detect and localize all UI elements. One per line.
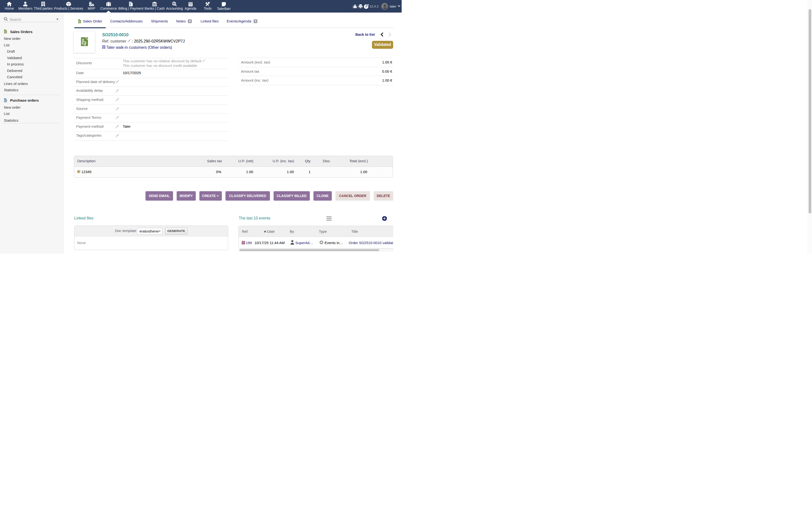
svg-text:?: ?: [365, 5, 367, 8]
svg-text:$: $: [173, 2, 175, 5]
svg-text:$: $: [130, 3, 131, 6]
